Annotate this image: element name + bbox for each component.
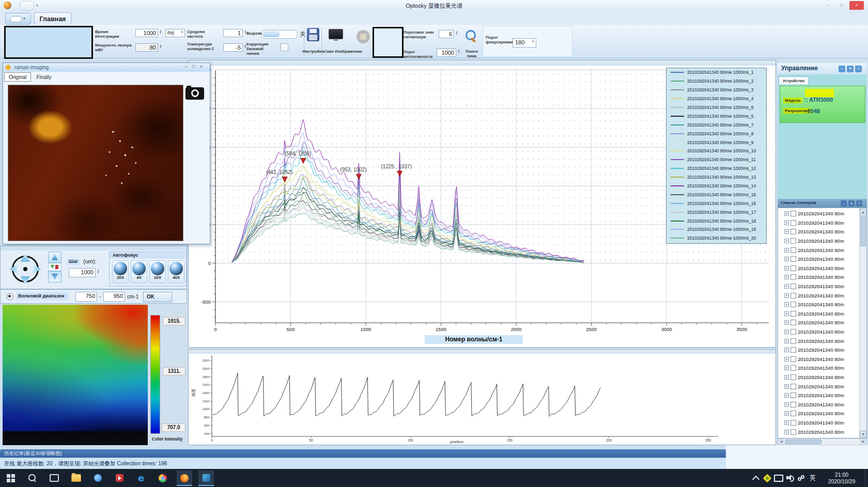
z-home-button[interactable] bbox=[48, 263, 61, 271]
wave-range-to-input[interactable]: 950 bbox=[103, 292, 125, 302]
spectra-list-item[interactable]: +2010292041340 80m bbox=[778, 237, 859, 246]
spectra-list-item[interactable]: +2010292041340 80m bbox=[778, 345, 859, 355]
spectra-checkbox[interactable] bbox=[791, 347, 796, 353]
spectra-list-item[interactable]: +2010292041340 80m bbox=[778, 255, 859, 264]
imaging-minimize-icon[interactable]: – bbox=[185, 64, 188, 69]
peak-search-icon[interactable] bbox=[464, 29, 478, 43]
spectra-checkbox[interactable] bbox=[791, 247, 796, 253]
horizontal-scrollbar[interactable]: ◄ ► bbox=[778, 438, 867, 445]
baseline-checkbox[interactable] bbox=[281, 43, 288, 51]
spectra-list-item[interactable]: +2010292041340 80m bbox=[778, 218, 859, 228]
spectra-list-item[interactable]: +2010292041340 80m bbox=[778, 309, 859, 319]
expand-icon[interactable]: + bbox=[784, 302, 789, 307]
camera-icon[interactable] bbox=[185, 87, 204, 100]
control-close-button[interactable]: × bbox=[855, 66, 862, 72]
wave-range-radio[interactable] bbox=[7, 293, 13, 300]
spectra-checkbox[interactable] bbox=[791, 329, 796, 335]
spectra-list-item[interactable]: +2010292041340 80m bbox=[778, 336, 859, 345]
avg-freq-input[interactable]: 1 bbox=[223, 29, 243, 37]
firefox-icon[interactable] bbox=[177, 470, 192, 486]
h-scroll-thumb[interactable] bbox=[785, 439, 822, 444]
maximize-button[interactable]: □ bbox=[835, 2, 848, 8]
expand-icon[interactable]: + bbox=[784, 348, 789, 352]
spectra-checkbox[interactable] bbox=[791, 384, 796, 389]
objective-knob-10x[interactable]: 10X bbox=[149, 260, 166, 283]
laser-power-spinner[interactable]: ▴▾ bbox=[159, 44, 163, 48]
chrome-icon[interactable] bbox=[155, 470, 171, 486]
scroll-thumb[interactable] bbox=[860, 216, 866, 246]
spectra-checkbox[interactable] bbox=[791, 429, 796, 435]
expand-icon[interactable]: + bbox=[784, 329, 789, 334]
raman-app-icon[interactable] bbox=[198, 470, 214, 486]
list-pin-button[interactable]: ▾ bbox=[848, 200, 855, 207]
spectra-list-item[interactable]: +2010292041340 80m bbox=[778, 355, 859, 364]
spectra-checkbox[interactable] bbox=[791, 356, 796, 362]
z-down-button[interactable] bbox=[48, 271, 61, 282]
display-icon[interactable] bbox=[773, 470, 784, 486]
expand-icon[interactable]: + bbox=[784, 366, 789, 370]
edge-icon[interactable]: e bbox=[133, 470, 149, 486]
objective-knob-20x[interactable]: 20X bbox=[112, 260, 129, 283]
spectra-list-item[interactable]: +2010292041340 80m bbox=[778, 291, 859, 300]
expand-icon[interactable]: + bbox=[784, 275, 789, 279]
link-icon[interactable] bbox=[796, 470, 807, 486]
step-spinner[interactable]: ▴▾ bbox=[96, 269, 100, 273]
spectra-checkbox[interactable] bbox=[791, 265, 796, 271]
intensity-spinner[interactable]: ▴▾ bbox=[457, 49, 461, 53]
status-history-bar[interactable]: 历史记录(最近30张缩略图) bbox=[0, 449, 726, 458]
spectra-list-item[interactable]: +2010292041340 80m bbox=[778, 427, 859, 436]
spectra-list-item[interactable]: +2010292041340 80m bbox=[778, 245, 859, 255]
spectra-checkbox[interactable] bbox=[791, 420, 796, 426]
spectra-list-item[interactable]: +2010292041340 80m bbox=[778, 418, 859, 428]
expand-icon[interactable]: + bbox=[784, 266, 789, 271]
laser-power-input[interactable]: 80 bbox=[135, 43, 158, 52]
scroll-right-icon[interactable]: ► bbox=[860, 439, 866, 445]
taskbar-clock[interactable]: 21:00 2020/10/29 bbox=[822, 472, 862, 485]
media-app-icon[interactable] bbox=[112, 470, 127, 486]
spectra-checkbox[interactable] bbox=[791, 293, 796, 299]
spectra-checkbox[interactable] bbox=[791, 274, 796, 280]
expand-icon[interactable]: + bbox=[784, 339, 789, 343]
expand-icon[interactable]: + bbox=[784, 420, 789, 425]
file-explorer-icon[interactable] bbox=[68, 470, 84, 486]
spectra-checkbox[interactable] bbox=[791, 392, 796, 398]
objective-knob-40x[interactable]: 40X bbox=[168, 260, 184, 283]
expand-icon[interactable]: + bbox=[784, 357, 789, 362]
language-indicator[interactable]: 英 bbox=[807, 470, 818, 486]
spectra-list-item[interactable]: +2010292041340 80m bbox=[778, 364, 859, 373]
spectra-list-item[interactable]: +2010292041340 80m bbox=[778, 409, 859, 418]
spectra-checkbox[interactable] bbox=[791, 374, 796, 380]
wave-range-from-input[interactable]: 750 bbox=[75, 292, 97, 302]
spectra-checkbox[interactable] bbox=[791, 338, 796, 344]
expand-icon[interactable]: + bbox=[784, 402, 789, 407]
expand-icon[interactable]: + bbox=[784, 411, 789, 416]
align-switch-label[interactable]: 关 bbox=[300, 30, 306, 39]
intensity-input[interactable]: 1000 bbox=[437, 49, 456, 57]
scroll-up-icon[interactable]: ▲ bbox=[860, 209, 866, 215]
spectra-checkbox[interactable] bbox=[791, 211, 796, 216]
integration-input[interactable]: 1000 bbox=[135, 29, 158, 37]
show-desktop-button[interactable] bbox=[865, 469, 868, 487]
close-button[interactable]: × bbox=[849, 1, 864, 10]
spectra-checkbox[interactable] bbox=[791, 302, 796, 307]
minimize-button[interactable]: – bbox=[820, 2, 834, 8]
spectra-list-item[interactable]: +2010292041340 80m bbox=[778, 382, 859, 391]
spectra-checkbox[interactable] bbox=[791, 365, 796, 371]
tab-device[interactable]: Устройство bbox=[779, 76, 809, 84]
expand-icon[interactable]: + bbox=[784, 239, 789, 243]
expand-icon[interactable]: + bbox=[784, 311, 789, 316]
vertical-scrollbar[interactable]: ▲ ▼ bbox=[859, 208, 866, 438]
spectra-checkbox[interactable] bbox=[791, 411, 796, 416]
spectra-list-item[interactable]: +2010292041340 80m bbox=[778, 282, 859, 291]
spectra-checkbox[interactable] bbox=[791, 238, 796, 244]
expand-icon[interactable]: + bbox=[784, 229, 789, 234]
imaging-close-icon[interactable]: × bbox=[200, 64, 203, 69]
expand-icon[interactable]: + bbox=[784, 248, 789, 253]
spectra-list-item[interactable]: +2010292041340 80m bbox=[778, 300, 859, 309]
control-minimize-button[interactable]: – bbox=[839, 66, 845, 72]
ok-button[interactable]: OK bbox=[143, 292, 172, 302]
spectra-list-item[interactable]: +2010292041340 80m bbox=[778, 264, 859, 273]
spectra-checkbox[interactable] bbox=[791, 320, 796, 325]
expand-icon[interactable]: + bbox=[784, 211, 789, 216]
spectra-list-item[interactable]: +2010292041340 80m bbox=[778, 327, 859, 337]
